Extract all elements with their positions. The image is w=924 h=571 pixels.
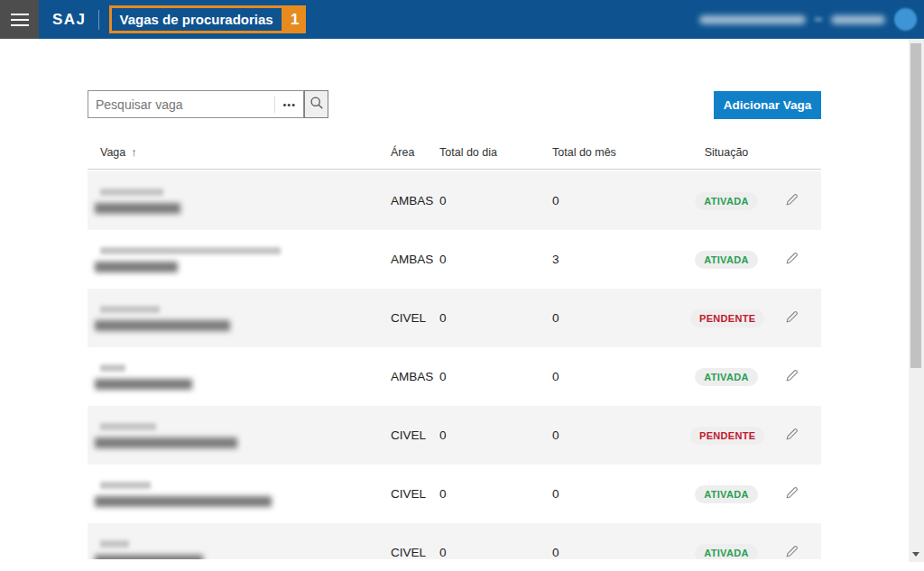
redacted-vaga-code [100, 423, 156, 430]
top-navbar: SAJ Vagas de procuradorias 1 [0, 0, 924, 39]
status-badge: ATIVADA [695, 192, 757, 210]
total-mes-cell: 0 [552, 428, 690, 442]
area-cell: CIVEL [391, 546, 439, 559]
hamburger-menu-icon[interactable] [0, 0, 39, 39]
edit-cell [762, 544, 821, 559]
table-row: AMBAS 0 0 ATIVADA [88, 171, 821, 230]
total-dia-cell: 0 [439, 546, 552, 559]
total-mes-cell: 0 [552, 194, 690, 207]
edit-pencil-icon[interactable] [785, 544, 799, 558]
total-dia-cell: 0 [439, 487, 552, 501]
more-options-icon[interactable]: ••• [275, 99, 303, 110]
navbar-divider [98, 10, 99, 30]
situacao-cell: ATIVADA [690, 192, 762, 210]
annotation-label: 1 [284, 5, 306, 33]
total-mes-cell: 3 [552, 253, 690, 266]
redacted-vaga-code [100, 540, 129, 548]
redacted-vaga-code [100, 482, 151, 489]
redacted-vaga-code [100, 189, 163, 196]
scrollbar-down-arrow-icon[interactable] [912, 552, 919, 557]
vaga-cell[interactable] [88, 247, 391, 272]
header-situacao[interactable]: Situação [690, 146, 762, 159]
situacao-cell: ATIVADA [690, 485, 762, 503]
redacted-vaga-name [95, 496, 272, 507]
total-dia-cell: 0 [439, 370, 552, 383]
status-badge: ATIVADA [695, 544, 757, 560]
edit-pencil-icon[interactable] [785, 309, 799, 324]
redacted-vaga-name [95, 262, 178, 272]
user-avatar[interactable] [894, 8, 917, 31]
edit-pencil-icon[interactable] [785, 485, 799, 500]
annotation-box: Vagas de procuradorias 1 [109, 5, 306, 33]
table-row: CIVEL 0 0 ATIVADA [88, 523, 821, 559]
vaga-cell[interactable] [88, 364, 391, 390]
redacted-user-role [831, 15, 885, 24]
status-badge: ATIVADA [695, 251, 757, 269]
area-cell: CIVEL [391, 487, 439, 501]
edit-cell [762, 192, 821, 209]
area-cell: AMBAS [391, 253, 439, 266]
redacted-vaga-code [100, 364, 125, 372]
total-dia-cell: 0 [439, 253, 552, 266]
status-badge: PENDENTE [690, 427, 764, 445]
redacted-vaga-name [95, 555, 203, 560]
total-mes-cell: 0 [552, 546, 690, 559]
total-mes-cell: 0 [552, 487, 690, 501]
header-total-mes[interactable]: Total do mês [552, 146, 690, 159]
search-group: ••• [88, 90, 328, 118]
situacao-cell: PENDENTE [690, 427, 762, 445]
status-badge: ATIVADA [695, 368, 757, 386]
redacted-vaga-name [95, 437, 237, 448]
edit-pencil-icon[interactable] [785, 427, 799, 441]
redacted-vaga-name [95, 379, 192, 390]
table-body: AMBAS 0 0 ATIVADA AMBAS 0 3 ATIVADA [88, 171, 821, 559]
header-area[interactable]: Área [391, 146, 439, 159]
search-input-wrap: ••• [88, 90, 304, 118]
total-dia-cell: 0 [439, 194, 552, 207]
status-badge: PENDENTE [690, 309, 764, 327]
page-title: Vagas de procuradorias [109, 5, 284, 33]
edit-pencil-icon[interactable] [785, 368, 799, 382]
edit-cell [762, 251, 821, 268]
search-button[interactable] [304, 90, 328, 118]
header-vaga[interactable]: Vaga ↑ [88, 145, 391, 159]
vertical-scrollbar[interactable] [909, 39, 924, 562]
vaga-cell[interactable] [88, 306, 391, 331]
situacao-cell: ATIVADA [690, 251, 762, 269]
edit-pencil-icon[interactable] [785, 192, 799, 207]
table-row: CIVEL 0 0 PENDENTE [88, 289, 821, 347]
situacao-cell: PENDENTE [690, 309, 762, 327]
redacted-vaga-name [95, 320, 230, 331]
vaga-cell[interactable] [88, 540, 391, 560]
total-dia-cell: 0 [439, 428, 552, 442]
vaga-cell[interactable] [88, 423, 391, 448]
vaga-cell[interactable] [88, 482, 391, 507]
situacao-cell: ATIVADA [690, 544, 762, 560]
redacted-user-name [699, 15, 806, 24]
table-row: CIVEL 0 0 PENDENTE [88, 406, 821, 465]
total-dia-cell: 0 [439, 311, 552, 325]
redacted-vaga-code [100, 247, 281, 254]
edit-cell [762, 485, 821, 502]
header-vaga-label: Vaga [100, 146, 125, 159]
table-row: CIVEL 0 0 ATIVADA [88, 465, 821, 523]
edit-cell [762, 427, 821, 444]
area-cell: AMBAS [391, 370, 439, 383]
scrollbar-thumb[interactable] [910, 43, 921, 368]
search-icon [310, 96, 324, 114]
table-header: Vaga ↑ Área Total do dia Total do mês Si… [88, 135, 821, 170]
total-mes-cell: 0 [552, 370, 690, 383]
table-row: AMBAS 0 0 ATIVADA [88, 347, 821, 406]
table-row: AMBAS 0 3 ATIVADA [88, 230, 821, 289]
vaga-cell[interactable] [88, 189, 391, 214]
search-input[interactable] [88, 91, 274, 117]
header-total-dia[interactable]: Total do dia [439, 146, 552, 159]
edit-pencil-icon[interactable] [785, 251, 799, 265]
total-mes-cell: 0 [552, 311, 690, 325]
area-cell: AMBAS [391, 194, 439, 207]
add-vaga-button[interactable]: Adicionar Vaga [714, 91, 821, 119]
edit-cell [762, 309, 821, 327]
navbar-user-area [699, 8, 917, 31]
sort-asc-icon: ↑ [131, 145, 137, 159]
status-badge: ATIVADA [695, 485, 757, 503]
